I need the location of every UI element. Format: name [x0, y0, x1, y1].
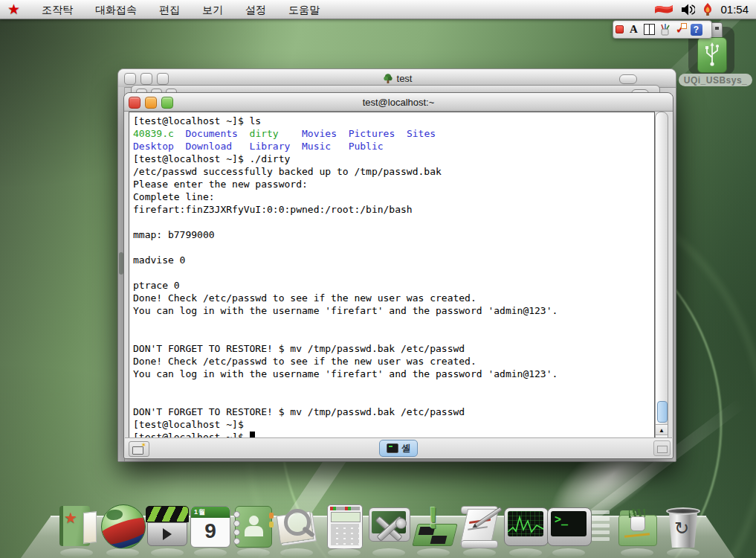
utilities-folder-icon[interactable] — [616, 504, 659, 548]
menu-item-2[interactable]: 편집 — [148, 1, 191, 19]
calculator-screen — [331, 512, 361, 522]
text-editor-icon[interactable] — [458, 504, 501, 548]
dock: ★ 1월 9 — [0, 504, 756, 558]
web-browser-icon[interactable] — [101, 504, 144, 548]
person-glyph — [249, 516, 259, 525]
terminal-line: Done! Check /etc/passwd to see if the ne… — [133, 355, 654, 368]
calendar-icon[interactable]: 1월 9 — [189, 504, 232, 548]
floating-toolbar: A ✓ ? — [613, 20, 712, 39]
terminal-line — [133, 380, 654, 393]
terminal-line: 40839.c Documents dirty Movies Pictures … — [133, 127, 654, 140]
menu-item-4[interactable]: 설정 — [234, 1, 277, 19]
terminal-line: /etc/passwd successfully backed up to /t… — [133, 165, 654, 178]
menu-item-0[interactable]: 조작탁 — [30, 1, 84, 19]
volume-icon[interactable] — [681, 4, 695, 16]
clapper-top — [146, 506, 189, 522]
window-button[interactable] — [157, 73, 169, 85]
window-button[interactable] — [124, 73, 136, 85]
globe-shape — [101, 504, 146, 549]
calculator-icon[interactable] — [323, 504, 366, 548]
desktop: ★ 1월 9 — [0, 0, 756, 558]
calendar-day: 9 — [191, 518, 230, 545]
terminal-line: firefart:finZ3JXRfyVuI:0:0:pwned:/root:/… — [133, 203, 654, 216]
terminal-line: Please enter the new password: — [133, 178, 654, 190]
terminal-line: [test@localhost ~]$ ls — [133, 115, 654, 127]
pen-cup-shape — [630, 516, 645, 531]
columns-icon[interactable] — [642, 22, 656, 36]
play-icon — [163, 528, 172, 540]
terminal-line: Desktop Download Library Music Public — [133, 140, 654, 153]
calendar-month: 1월 — [191, 507, 230, 518]
redstar-apple-menu-icon[interactable]: ★ — [7, 2, 20, 16]
terminal-line: mmap: b7799000 — [133, 228, 654, 241]
error-reporter-icon[interactable]: ! — [412, 504, 455, 548]
terminal-line — [133, 330, 654, 342]
terminal-line: You can log in with the username 'firefa… — [133, 368, 654, 380]
terminal-line: DON'T FORGET TO RESTORE! $ mv /tmp/passw… — [133, 342, 654, 355]
terminal-line: Done! Check /etc/passwd to see if the ne… — [133, 292, 654, 304]
terminal-line — [133, 216, 654, 228]
terminal-line — [133, 241, 654, 254]
close-button[interactable] — [129, 97, 140, 109]
terminal-screen[interactable]: [test@localhost ~]$ ls40839.c Documents … — [129, 112, 655, 439]
help-icon[interactable]: ? — [689, 22, 703, 36]
pages-shape — [83, 511, 97, 544]
shell-icon — [387, 443, 398, 453]
terminal-window[interactable]: test@localhost:~ [test@localhost ~]$ ls4… — [123, 92, 673, 459]
pen-cup-icon[interactable] — [658, 22, 672, 36]
system-monitor-icon[interactable] — [504, 504, 547, 548]
scrollbar-thumb[interactable] — [657, 401, 668, 423]
scroll-up-button[interactable]: ▲ — [656, 424, 668, 435]
address-book-icon[interactable] — [232, 504, 275, 548]
recycle-glyph: ↻ — [674, 518, 689, 539]
finder-window-title: test — [397, 73, 413, 84]
terminal-line: madvise 0 — [133, 254, 654, 266]
trash-icon[interactable]: ↻ — [662, 504, 705, 548]
palette-close-icon[interactable] — [616, 25, 624, 33]
exclamation-glyph: ! — [428, 501, 438, 535]
menu-item-5[interactable]: 도움말 — [277, 1, 331, 19]
terminal-line — [133, 317, 654, 330]
torch-status-icon[interactable] — [702, 3, 713, 16]
terminal-line: DON'T FORGET TO RESTORE! $ mv /tmp/passw… — [133, 405, 654, 418]
shell-tab-button[interactable]: 셸 — [379, 440, 418, 457]
terminal-dock-icon[interactable]: >_ — [547, 504, 590, 548]
stamp-check-icon[interactable]: ✓ — [673, 22, 688, 36]
zoom-button[interactable] — [161, 97, 173, 109]
clapper-bottom — [147, 522, 187, 546]
file-manager-icon[interactable]: ★ — [55, 504, 98, 548]
new-shell-button[interactable]: ✶ — [129, 441, 149, 457]
usb-volume-label[interactable]: UQi_USBsys_ — [679, 74, 752, 86]
flag-status-icon[interactable] — [654, 4, 673, 16]
terminal-line: [test@localhost ~]$ ./dirty — [133, 153, 654, 165]
home-folder-icon — [382, 73, 393, 84]
system-tools-icon[interactable] — [367, 504, 410, 548]
toolbar-toggle-button[interactable] — [619, 74, 637, 84]
terminal-line: Complete line: — [133, 190, 654, 203]
dock-divider — [592, 507, 611, 546]
terminal-line: You can log in with the username 'firefa… — [133, 304, 654, 317]
resize-grip[interactable] — [653, 440, 671, 456]
font-panel-icon[interactable]: A — [627, 22, 641, 36]
menu-item-3[interactable]: 보기 — [191, 1, 234, 19]
usb-drive-icon[interactable] — [697, 37, 727, 73]
calculator-keys — [331, 524, 359, 545]
window-button[interactable] — [140, 73, 152, 85]
media-player-icon[interactable] — [146, 504, 189, 548]
terminal-titlebar[interactable]: test@localhost:~ — [124, 93, 673, 112]
terminal-statusbar: ✶ 셸 — [125, 437, 672, 458]
minimize-button[interactable] — [145, 97, 157, 109]
clock[interactable]: 01:54 — [720, 3, 749, 16]
red-star-emblem: ★ — [64, 509, 77, 527]
menu-item-1[interactable]: 대화접속 — [84, 1, 148, 19]
menu-bar: ★ 조작탁 대화접속 편집 보기 설정 도움말 01:54 — [0, 0, 756, 19]
prompt-glyph: >_ — [555, 513, 568, 526]
terminal-line: [test@localhost ~]$ — [133, 418, 654, 431]
terminal-line — [133, 266, 654, 279]
terminal-scrollbar[interactable]: ▲ ▼ — [655, 112, 668, 445]
terminal-title: test@localhost:~ — [363, 97, 435, 108]
terminal-line: ptrace 0 — [133, 279, 654, 292]
usb-trident-glyph — [703, 41, 721, 69]
document-search-icon[interactable] — [275, 504, 318, 548]
shell-tab-label: 셸 — [401, 442, 410, 455]
